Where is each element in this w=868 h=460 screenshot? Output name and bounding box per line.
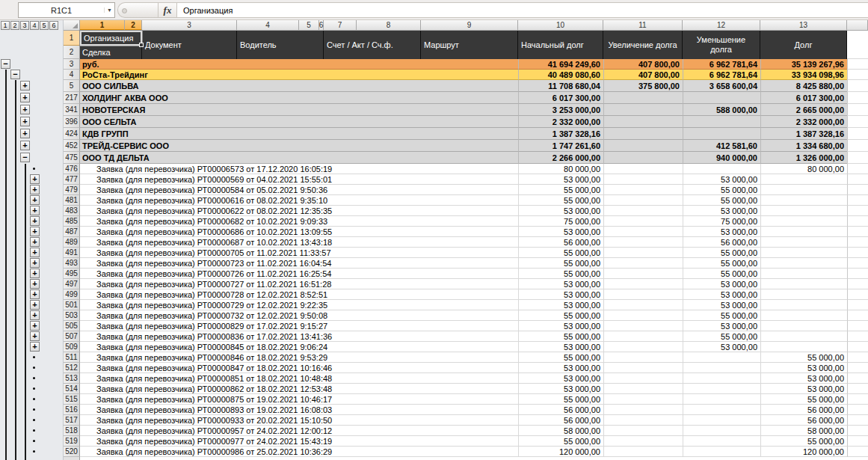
empty-trailing-cell[interactable] — [847, 363, 868, 373]
row-header-512[interactable]: 512 — [64, 363, 80, 373]
row-header-5[interactable]: 5 — [64, 80, 80, 92]
debt-decrease-cell[interactable] — [683, 415, 760, 426]
debt-cell[interactable]: 53 000,00 — [760, 384, 847, 394]
debt-decrease-cell[interactable]: 412 581,60 — [683, 140, 760, 152]
outline-expand-button[interactable]: + — [30, 279, 40, 289]
debt-increase-cell[interactable] — [603, 436, 683, 447]
initial-debt-cell[interactable]: 55 000,00 — [518, 331, 603, 342]
row-header-452[interactable]: 452 — [64, 140, 80, 152]
debt-increase-cell[interactable] — [603, 152, 683, 164]
row-label-cell[interactable]: ООО СИЛЬВА — [80, 80, 518, 92]
empty-trailing-cell[interactable] — [847, 310, 868, 321]
debt-cell[interactable] — [760, 310, 847, 321]
column-header-4[interactable]: 4 — [237, 20, 299, 31]
debt-decrease-cell[interactable]: 55 000,00 — [683, 195, 760, 206]
empty-trailing-cell[interactable] — [847, 426, 868, 436]
column-header-partial[interactable] — [847, 20, 868, 31]
header-cell-route[interactable]: Маршрут — [421, 31, 518, 59]
empty-trailing-cell[interactable] — [847, 373, 868, 384]
row-label-cell[interactable]: Заявка (для перевозчика) РТ00000727 от 1… — [80, 279, 518, 289]
name-box-dropdown-icon[interactable]: ▼ — [104, 7, 114, 13]
debt-cell[interactable] — [760, 185, 847, 195]
outline-collapse-button[interactable]: − — [20, 153, 30, 162]
row-header-507[interactable]: 507 — [64, 331, 80, 342]
row-header-217[interactable]: 217 — [64, 92, 80, 104]
initial-debt-cell[interactable]: 53 000,00 — [518, 279, 603, 289]
row-label-cell[interactable]: Заявка (для перевозчика) РТ00000729 от 1… — [80, 300, 518, 310]
initial-debt-cell[interactable]: 53 000,00 — [518, 373, 603, 384]
row-header-516[interactable]: 516 — [64, 405, 80, 415]
initial-debt-cell[interactable]: 55 000,00 — [518, 258, 603, 269]
debt-increase-cell[interactable] — [603, 269, 683, 279]
debt-increase-cell[interactable] — [603, 342, 683, 352]
debt-decrease-cell[interactable] — [683, 436, 760, 447]
row-label-cell[interactable]: ООО СЕЛЬТА — [80, 116, 518, 128]
debt-increase-cell[interactable] — [603, 227, 683, 237]
debt-increase-cell[interactable] — [603, 216, 683, 227]
debt-cell[interactable] — [760, 237, 847, 248]
debt-increase-cell[interactable] — [603, 321, 683, 331]
outline-collapse-button[interactable]: − — [1, 59, 10, 69]
initial-debt-cell[interactable]: 56 000,00 — [518, 405, 603, 415]
debt-decrease-cell[interactable]: 53 000,00 — [683, 279, 760, 289]
empty-trailing-cell[interactable] — [847, 92, 868, 104]
debt-cell[interactable] — [760, 321, 847, 331]
row-header-477[interactable]: 477 — [64, 174, 80, 185]
empty-trailing-cell[interactable] — [847, 331, 868, 342]
debt-increase-cell[interactable] — [603, 258, 683, 269]
empty-trailing-cell[interactable] — [847, 116, 868, 128]
row-label-cell[interactable]: РоСта-Трейдинг — [80, 70, 518, 80]
initial-debt-cell[interactable]: 41 694 249,60 — [518, 59, 603, 70]
debt-cell[interactable]: 55 000,00 — [760, 436, 847, 447]
initial-debt-cell[interactable]: 3 253 000,00 — [518, 104, 603, 116]
empty-trailing-cell[interactable] — [847, 104, 868, 116]
empty-trailing-cell[interactable] — [847, 248, 868, 258]
debt-cell[interactable]: 1 334 680,00 — [760, 140, 847, 152]
initial-debt-cell[interactable]: 56 000,00 — [518, 237, 603, 248]
debt-decrease-cell[interactable]: 53 000,00 — [683, 321, 760, 331]
debt-cell[interactable]: 8 425 880,00 — [760, 80, 847, 92]
initial-debt-cell[interactable]: 56 000,00 — [518, 415, 603, 426]
debt-cell[interactable]: 1 387 328,16 — [760, 128, 847, 140]
debt-decrease-cell[interactable] — [683, 426, 760, 436]
debt-cell[interactable]: 56 000,00 — [760, 415, 847, 426]
initial-debt-cell[interactable]: 75 000,00 — [518, 216, 603, 227]
header-cell-initial-debt[interactable]: Начальный долг — [518, 31, 603, 59]
initial-debt-cell[interactable]: 55 000,00 — [518, 269, 603, 279]
initial-debt-cell[interactable]: 2 332 000,00 — [518, 116, 603, 128]
initial-debt-cell[interactable]: 53 000,00 — [518, 363, 603, 373]
selected-cell-organization[interactable]: Организация — [80, 31, 142, 46]
debt-cell[interactable]: 1 326 000,00 — [760, 152, 847, 164]
debt-increase-cell[interactable] — [603, 384, 683, 394]
debt-increase-cell[interactable] — [603, 352, 683, 363]
row-label-cell[interactable]: Заявка (для перевозчика) РТ00000847 от 1… — [80, 363, 518, 373]
debt-cell[interactable] — [760, 331, 847, 342]
empty-trailing-cell[interactable] — [847, 279, 868, 289]
debt-decrease-cell[interactable] — [683, 394, 760, 405]
debt-decrease-cell[interactable]: 588 000,00 — [683, 104, 760, 116]
debt-increase-cell[interactable]: 375 800,00 — [603, 80, 683, 92]
debt-cell[interactable]: 53 000,00 — [760, 373, 847, 384]
debt-cell[interactable]: 53 000,00 — [760, 363, 847, 373]
row-header-493[interactable]: 493 — [64, 258, 80, 269]
row-label-cell[interactable]: Заявка (для перевозчика) РТ00000846 от 1… — [80, 352, 518, 363]
row-header-475[interactable]: 475 — [64, 152, 80, 164]
outline-expand-button[interactable]: + — [30, 195, 40, 205]
initial-debt-cell[interactable]: 53 000,00 — [518, 174, 603, 185]
row-header-497[interactable]: 497 — [64, 279, 80, 289]
row-label-cell[interactable]: Заявка (для перевозчика) РТ00000728 от 1… — [80, 289, 518, 300]
initial-debt-cell[interactable]: 1 747 261,60 — [518, 140, 603, 152]
column-header-11[interactable]: 11 — [603, 20, 683, 31]
row-header-519[interactable]: 519 — [64, 436, 80, 447]
debt-decrease-cell[interactable] — [683, 116, 760, 128]
outline-expand-button[interactable]: + — [20, 105, 30, 114]
empty-trailing-cell[interactable] — [847, 436, 868, 447]
empty-trailing-cell[interactable] — [847, 269, 868, 279]
row-label-cell[interactable]: Заявка (для перевозчика) РТ00000933 от 2… — [80, 415, 518, 426]
debt-cell[interactable]: 2 332 000,00 — [760, 116, 847, 128]
row-header-3[interactable]: 3 — [64, 59, 80, 70]
initial-debt-cell[interactable]: 55 000,00 — [518, 195, 603, 206]
row-label-cell[interactable]: Заявка (для перевозчика) РТ00000616 от 0… — [80, 195, 518, 206]
empty-trailing-cell[interactable] — [847, 128, 868, 140]
debt-increase-cell[interactable] — [603, 373, 683, 384]
